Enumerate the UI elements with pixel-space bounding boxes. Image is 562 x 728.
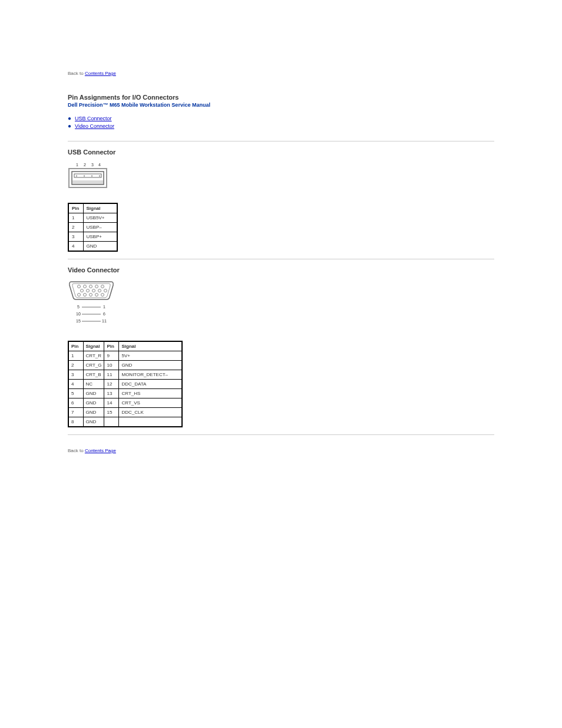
divider — [68, 141, 494, 141]
svg-point-20 — [98, 289, 101, 292]
usb-pinout-table: Pin Signal 1USB5V+2USBP–3USBP+4GND — [68, 203, 118, 252]
table-cell: 15 — [104, 408, 119, 417]
svg-text:10: 10 — [76, 312, 81, 316]
table-cell: 11 — [104, 370, 119, 380]
table-cell: 7 — [68, 408, 83, 417]
table-cell: GND — [83, 417, 104, 427]
table-cell: 4 — [68, 242, 83, 252]
toc-item: ● Video Connector — [68, 123, 494, 129]
table-cell — [119, 417, 182, 427]
table-cell: GND — [83, 242, 117, 252]
table-row: 4GND — [68, 242, 117, 252]
table-cell: 2 — [68, 223, 83, 232]
table-cell: USB5V+ — [83, 213, 117, 223]
svg-point-15 — [95, 285, 98, 288]
table-header: Signal — [83, 203, 117, 213]
table-row: 2CRT_G10GND — [68, 361, 182, 370]
table-cell: 14 — [104, 398, 119, 408]
table-header-row: Pin Signal — [68, 203, 117, 213]
table-cell: GND — [83, 398, 104, 408]
toc-item: ● USB Connector — [68, 115, 494, 121]
svg-rect-11 — [72, 180, 104, 185]
table-cell: GND — [83, 389, 104, 398]
table-cell: 12 — [104, 380, 119, 389]
table-of-contents: ● USB Connector ● Video Connector — [68, 115, 494, 129]
table-cell: DDC_DATA — [119, 380, 182, 389]
table-cell: CRT_VS — [119, 398, 182, 408]
table-row: 8GND — [68, 417, 182, 427]
table-header: Signal — [83, 341, 104, 351]
svg-point-16 — [101, 285, 104, 288]
table-row: 1USB5V+ — [68, 213, 117, 223]
table-cell: USBP– — [83, 223, 117, 232]
toc-link-video[interactable]: Video Connector — [75, 123, 114, 129]
table-cell: NC — [83, 380, 104, 389]
table-header: Pin — [104, 341, 119, 351]
table-cell: USBP+ — [83, 232, 117, 242]
svg-text:1: 1 — [76, 163, 78, 167]
contents-link-bottom[interactable]: Contents Page — [85, 448, 116, 453]
table-cell: 9 — [104, 351, 119, 361]
table-cell: 1 — [68, 213, 83, 223]
table-cell: DDC_CLK — [119, 408, 182, 417]
divider — [68, 434, 494, 435]
svg-point-26 — [101, 294, 104, 297]
svg-text:15: 15 — [76, 319, 81, 323]
table-cell: 5V+ — [119, 351, 182, 361]
table-row: 7GND15DDC_CLK — [68, 408, 182, 417]
table-cell: 13 — [104, 389, 119, 398]
svg-point-23 — [84, 294, 87, 297]
video-section-title: Video Connector — [68, 266, 494, 274]
back-prefix: Back to — [68, 448, 85, 453]
page-subtitle: Dell Precision™ M65 Mobile Workstation S… — [68, 102, 494, 108]
svg-text:5: 5 — [77, 305, 80, 309]
divider — [68, 259, 494, 259]
video-pinout-table: Pin Signal Pin Signal 1CRT_R95V+2CRT_G10… — [68, 341, 183, 427]
table-row: 4NC12DDC_DATA — [68, 380, 182, 389]
back-link-bottom: Back to Contents Page — [68, 448, 494, 453]
bullet-icon: ● — [68, 115, 71, 121]
svg-rect-6 — [74, 174, 101, 177]
table-cell: 3 — [68, 370, 83, 380]
svg-point-21 — [104, 289, 107, 292]
svg-point-18 — [87, 289, 90, 292]
table-cell: CRT_B — [83, 370, 104, 380]
usb-section-title: USB Connector — [68, 149, 494, 156]
svg-text:6: 6 — [103, 312, 105, 316]
table-cell: 2 — [68, 361, 83, 370]
contents-link-top[interactable]: Contents Page — [85, 71, 116, 76]
video-connector-diagram: 5 1 10 6 15 11 — [68, 279, 494, 329]
table-cell: 8 — [68, 417, 83, 427]
svg-point-22 — [78, 294, 81, 297]
svg-point-14 — [90, 285, 92, 288]
table-cell: GND — [83, 408, 104, 417]
svg-text:2: 2 — [84, 163, 86, 167]
svg-point-24 — [90, 294, 92, 297]
svg-point-12 — [78, 285, 81, 288]
table-row: 2USBP– — [68, 223, 117, 232]
table-cell: 3 — [68, 232, 83, 242]
table-cell — [104, 417, 119, 427]
table-row: 5GND13CRT_HS — [68, 389, 182, 398]
table-row: 3USBP+ — [68, 232, 117, 242]
table-header: Pin — [68, 341, 83, 351]
table-cell: MONITOR_DETECT– — [119, 370, 182, 380]
table-cell: CRT_R — [83, 351, 104, 361]
table-cell: 10 — [104, 361, 119, 370]
table-header: Signal — [119, 341, 182, 351]
svg-point-13 — [84, 285, 87, 288]
table-cell: GND — [119, 361, 182, 370]
table-row: 6GND14CRT_VS — [68, 398, 182, 408]
svg-point-19 — [92, 289, 95, 292]
table-cell: CRT_HS — [119, 389, 182, 398]
table-header: Pin — [68, 203, 83, 213]
svg-text:4: 4 — [98, 163, 101, 167]
svg-text:11: 11 — [102, 319, 107, 323]
toc-link-usb[interactable]: USB Connector — [75, 116, 112, 121]
table-row: 1CRT_R95V+ — [68, 351, 182, 361]
usb-connector-diagram: 1 2 3 4 — [68, 162, 494, 191]
bullet-icon: ● — [68, 123, 71, 129]
back-link-top: Back to Contents Page — [68, 71, 494, 76]
table-cell: 4 — [68, 380, 83, 389]
table-cell: CRT_G — [83, 361, 104, 370]
